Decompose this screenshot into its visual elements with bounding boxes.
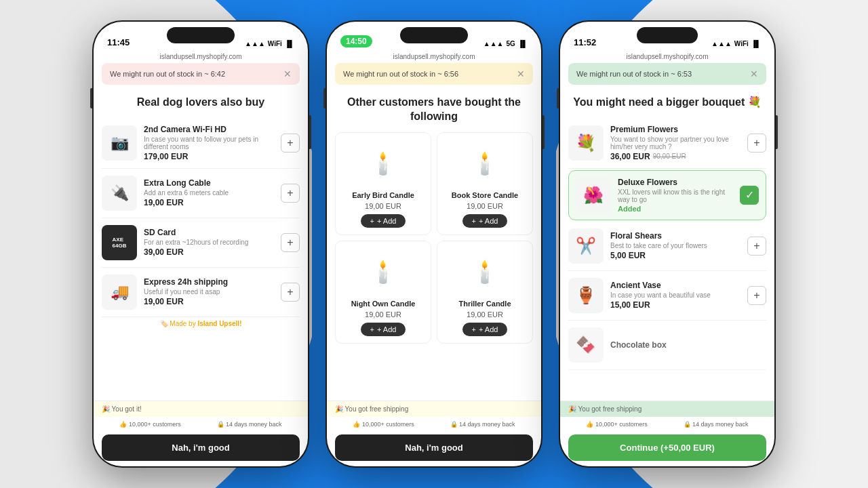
product-4-add-btn[interactable]: + xyxy=(281,283,300,302)
grid-item-2: 🕯️ Book Store Candle 19,00 EUR ++ Add xyxy=(437,132,533,235)
p3-add-btn-1[interactable]: + xyxy=(747,134,766,152)
product-4-name: Express 24h shipping xyxy=(144,277,274,287)
phone-2-footer-badge: 🎉 You got free shipping xyxy=(327,401,541,417)
product-4-info: Express 24h shipping Useful if you need … xyxy=(144,277,274,306)
grid-add-btn-1[interactable]: ++ Add xyxy=(361,214,406,228)
grid-add-btn-4[interactable]: ++ Add xyxy=(462,323,508,336)
grid-add-label-4: + Add xyxy=(479,325,498,333)
p3-product-2: 🌺 Deluxe Flowers XXL lovers will know th… xyxy=(568,170,766,220)
5g-icon: 5G xyxy=(506,40,515,47)
p3-product-3: ✂️ Floral Shears Best to take care of yo… xyxy=(568,222,766,271)
made-by-link[interactable]: Island Upsell! xyxy=(197,320,241,327)
phone-2-trust: 👍 10,000+ customers 🔒 14 days money back xyxy=(327,417,541,432)
phone-2-title: Other customers have bought the followin… xyxy=(335,90,533,132)
phone-1-footer-badge: 🎉 You got it! xyxy=(94,401,308,417)
phone-1-cta[interactable]: Nah, i'm good xyxy=(102,434,300,461)
product-2-desc: Add an extra 6 meters cable xyxy=(144,189,274,197)
phone-3-notch xyxy=(637,27,698,43)
phone-1-url: islandupsell.myshopify.com xyxy=(94,52,308,63)
phone-1-trust-1: 👍 10,000+ customers xyxy=(119,421,180,428)
phone-1-banner-close[interactable]: ✕ xyxy=(283,68,292,79)
product-1-img: 📷 xyxy=(102,125,137,161)
p3-add-btn-4[interactable]: + xyxy=(747,286,766,305)
grid-add-label-3: + Add xyxy=(377,325,396,333)
product-3-img: AXE64GB xyxy=(102,225,137,260)
grid-img-4: 🕯️ xyxy=(461,248,509,296)
battery-icon-2: ▐▌ xyxy=(518,40,528,47)
phone-3-footer-badge: 🎉 You got free shipping xyxy=(560,401,774,417)
product-1-price: 179,00 EUR xyxy=(144,152,274,161)
product-3-desc: For an extra ~12hours of recording xyxy=(144,239,274,246)
phone-3: 11:52 ▲▲▲ WiFi ▐▌ islandupsell.myshopify… xyxy=(559,20,776,468)
product-2-name: Extra Long Cable xyxy=(144,178,274,188)
battery-icon: ▐▌ xyxy=(285,40,294,47)
battery-icon-3: ▐▌ xyxy=(751,40,761,47)
product-3-info: SD Card For an extra ~12hours of recordi… xyxy=(144,228,274,257)
phone-2-banner-close[interactable]: ✕ xyxy=(517,68,525,79)
p3-product-1: 💐 Premium Flowers You want to show your … xyxy=(568,118,766,169)
product-4-price: 19,00 EUR xyxy=(144,297,274,306)
product-item-3: AXE64GB SD Card For an extra ~12hours of… xyxy=(102,218,300,268)
phone-3-scroll[interactable]: You might need a bigger bouquet 💐 💐 Prem… xyxy=(560,90,774,401)
product-2-add-btn[interactable]: + xyxy=(281,184,300,203)
phone-3-time: 11:52 xyxy=(574,37,596,47)
p3-img-3: ✂️ xyxy=(568,228,604,264)
grid-name-4: Thriller Candle xyxy=(458,300,511,308)
phone-1-banner-text: We might run out of stock in ~ 6:42 xyxy=(110,70,225,78)
grid-img-2: 🕯️ xyxy=(461,140,509,187)
grid-item-4: 🕯️ Thriller Candle 19,00 EUR ++ Add xyxy=(437,241,533,344)
grid-price-1: 19,00 EUR xyxy=(365,202,401,210)
wifi-icon-3: WiFi xyxy=(734,40,749,47)
phone-3-cta[interactable]: Continue (+50,00 EUR) xyxy=(568,434,766,461)
p3-price-1: 36,00 EUR xyxy=(610,152,650,161)
grid-add-btn-3[interactable]: ++ Add xyxy=(361,323,406,336)
grid-img-1: 🕯️ xyxy=(359,140,407,187)
grid-add-btn-2[interactable]: ++ Add xyxy=(462,214,508,228)
phone-2-scroll[interactable]: Other customers have bought the followin… xyxy=(327,90,541,401)
phone-3-banner-close[interactable]: ✕ xyxy=(750,68,758,79)
grid-item-3: 🕯️ Night Own Candle 19,00 EUR ++ Add xyxy=(335,241,431,344)
phone-1-trust: 👍 10,000+ customers 🔒 14 days money back xyxy=(94,417,308,432)
signal-icon-2: ▲▲▲ xyxy=(484,40,504,47)
p3-old-price-1: 90,00 EUR xyxy=(653,152,686,160)
p3-info-5: Chocolate box xyxy=(610,340,766,350)
phone-1-time: 11:45 xyxy=(107,37,130,47)
p3-product-5: 🍫 Chocolate box xyxy=(568,321,766,370)
product-3-name: SD Card xyxy=(144,228,274,237)
phone-2-content: Other customers have bought the followin… xyxy=(327,90,541,466)
grid-price-4: 19,00 EUR xyxy=(467,310,503,319)
p3-info-2: Deluxe Flowers XXL lovers will know this… xyxy=(618,178,733,213)
phone-3-status-icons: ▲▲▲ WiFi ▐▌ xyxy=(711,40,761,47)
product-3-add-btn[interactable]: + xyxy=(281,233,300,252)
phone-2-notch xyxy=(400,27,468,43)
product-1-desc: In case you want to follow your pets in … xyxy=(144,136,274,150)
product-1-info: 2nd Camera Wi-Fi HD In case you want to … xyxy=(144,125,274,161)
phone-1-made-by: 🏷️ Made by Island Upsell! xyxy=(102,317,300,330)
phone-1-notch xyxy=(167,27,235,43)
p3-add-btn-2[interactable]: ✓ xyxy=(740,186,759,205)
product-2-price: 19,00 EUR xyxy=(144,198,274,207)
phone-2: 14:50 ▲▲▲ 5G ▐▌ islandupsell.myshopify.c… xyxy=(326,20,542,468)
phone-1-scroll[interactable]: Real dog lovers also buy 📷 2nd Camera Wi… xyxy=(94,90,308,401)
p3-name-2: Deluxe Flowers xyxy=(618,178,733,187)
phone-1-trust-2: 🔒 14 days money back xyxy=(217,421,282,428)
grid-name-3: Night Own Candle xyxy=(351,300,416,308)
phone-3-trust-1: 👍 10,000+ customers xyxy=(586,421,647,428)
product-4-img: 🚚 xyxy=(102,274,137,310)
phone-3-banner-text: We might run out of stock in ~ 6:53 xyxy=(576,70,692,78)
phone-2-cta[interactable]: Nah, i'm good xyxy=(335,434,533,461)
grid-price-2: 19,00 EUR xyxy=(467,202,503,210)
p3-name-3: Floral Shears xyxy=(610,231,741,241)
phone-3-footer: 🎉 You got free shipping 👍 10,000+ custom… xyxy=(560,401,774,466)
p3-desc-3: Best to take care of your flowers xyxy=(610,242,741,249)
grid-add-label-2: + Add xyxy=(479,217,498,225)
product-1-add-btn[interactable]: + xyxy=(281,134,300,152)
signal-icon: ▲▲▲ xyxy=(245,40,265,47)
p3-img-4: 🏺 xyxy=(568,278,604,313)
phone-3-trust-2: 🔒 14 days money back xyxy=(684,421,749,428)
p3-product-4: 🏺 Ancient Vase In case you want a beauti… xyxy=(568,271,766,321)
product-3-price: 39,00 EUR xyxy=(144,247,274,257)
p3-info-4: Ancient Vase In case you want a beautifu… xyxy=(610,281,741,310)
p3-add-btn-3[interactable]: + xyxy=(747,237,766,256)
p3-price-4: 15,00 EUR xyxy=(610,300,741,310)
